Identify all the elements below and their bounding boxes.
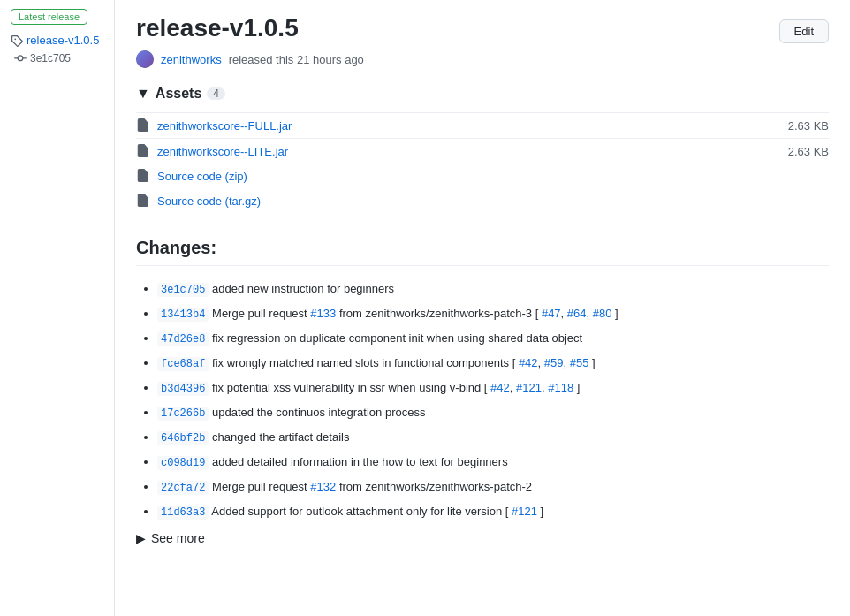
zip-icon [136,169,150,183]
release-meta-text: released this 21 hours ago [229,53,364,66]
commit-pr-8[interactable]: #132 [310,480,336,493]
assets-count: 4 [207,87,225,100]
sidebar-commit[interactable]: 3e1c705 [11,52,103,65]
commit-message-0: added new instruction for beginners [212,282,394,295]
source-targz-item: Source code (tar.gz) [136,188,829,213]
commit-hash-1[interactable]: 13413b4 [157,308,209,322]
sidebar-tag[interactable]: release-v1.0.5 [11,34,103,47]
latest-release-badge[interactable]: Latest release [11,9,87,25]
assets-label: Assets [156,86,201,102]
changes-section: Changes: 3e1c705 added new instruction f… [136,238,829,545]
see-more-icon: ▶ [136,531,146,545]
list-item: c098d19 added detailed information in th… [157,453,829,471]
list-item: 17c266b updated the continuos integratio… [157,404,829,422]
commit-message-2: fix regression on duplicate component in… [212,331,582,345]
commit-ref-4-2[interactable]: #118 [548,381,573,394]
full-jar-link[interactable]: zenithworkscore--FULL.jar [157,119,292,133]
commit-ref-3-1[interactable]: #59 [544,356,564,369]
lite-jar-size: 2.63 KB [788,145,829,158]
edit-button[interactable]: Edit [779,19,829,43]
sidebar-commit-link[interactable]: 3e1c705 [30,52,71,65]
list-item: 22cfa72 Merge pull request #132 from zen… [157,478,829,496]
avatar [136,50,154,68]
commit-hash-3[interactable]: fce68af [157,357,209,371]
jar-icon-full [136,118,150,133]
source-targz-link[interactable]: Source code (tar.gz) [157,194,261,208]
commit-ref-4-1[interactable]: #121 [516,381,542,394]
release-meta: zenithworks released this 21 hours ago [136,50,829,68]
commit-hash-0[interactable]: 3e1c705 [157,283,209,297]
see-more[interactable]: ▶ See more [136,531,829,545]
asset-item-lite-jar: zenithworkscore--LITE.jar 2.63 KB [136,138,829,164]
list-item: 646bf2b changed the artifact details [157,429,829,446]
sidebar-tag-label: release-v1.0.5 [27,34,99,47]
commit-hash-2[interactable]: 47d26e8 [157,332,209,346]
list-item: 3e1c705 added new instruction for beginn… [157,280,829,298]
jar-icon-lite [136,144,150,158]
source-zip-link[interactable]: Source code (zip) [157,170,247,183]
release-title: release-v1.0.5 [136,14,299,42]
main-content: release-v1.0.5 Edit zenithworks released… [115,0,850,616]
list-item: 11d63a3 Added support for outlook attach… [157,503,829,521]
assets-section: ▼ Assets 4 zenithworkscore--FULL.jar 2.6… [136,86,829,213]
changes-title: Changes: [136,238,829,258]
asset-item-full-jar: zenithworkscore--FULL.jar 2.63 KB [136,112,829,138]
release-header: release-v1.0.5 Edit [136,14,829,43]
commit-pr-1[interactable]: #133 [310,307,336,320]
commit-ref-3-2[interactable]: #55 [570,356,589,369]
list-item: fce68af fix wrongly matched named slots … [157,354,829,372]
see-more-label: See more [151,531,205,545]
list-item: 47d26e8 fix regression on duplicate comp… [157,330,829,347]
commit-hash-4[interactable]: b3d4396 [157,382,209,396]
commit-hash-9[interactable]: 11d63a3 [157,506,209,520]
commit-message-1: Merge pull request [212,307,310,320]
full-jar-size: 2.63 KB [788,119,829,133]
commit-hash-6[interactable]: 646bf2b [157,431,209,445]
commit-hash-7[interactable]: c098d19 [157,456,209,470]
commit-icon [14,52,27,65]
list-item: b3d4396 fix potential xss vulnerability … [157,379,829,397]
commit-ref-3-0[interactable]: #42 [519,356,538,369]
changes-divider [136,265,829,266]
source-zip-item: Source code (zip) [136,164,829,188]
commit-ref-4-0[interactable]: #42 [490,381,510,394]
assets-section-title[interactable]: ▼ Assets 4 [136,86,829,102]
commit-hash-5[interactable]: 17c266b [157,407,209,421]
commit-hash-8[interactable]: 22cfa72 [157,481,209,495]
commit-message-5: updated the continuos integration proces… [212,406,425,419]
lite-jar-link[interactable]: zenithworkscore--LITE.jar [157,145,288,158]
commit-message-6: changed the artifact details [212,430,349,444]
commit-ref-1-1[interactable]: #64 [567,307,587,320]
commit-ref-1-2[interactable]: #80 [593,307,612,320]
targz-icon [136,194,150,208]
assets-collapse-icon: ▼ [136,86,150,102]
tag-icon [11,34,23,47]
commit-ref-9-0[interactable]: #121 [512,505,537,518]
author-link[interactable]: zenithworks [161,53,222,66]
commit-list: 3e1c705 added new instruction for beginn… [136,280,829,521]
commit-message-7: added detailed information in the how to… [212,455,508,468]
sidebar: Latest release release-v1.0.5 3e1c705 [0,0,115,616]
commit-ref-1-0[interactable]: #47 [542,307,561,320]
list-item: 13413b4 Merge pull request #133 from zen… [157,305,829,323]
